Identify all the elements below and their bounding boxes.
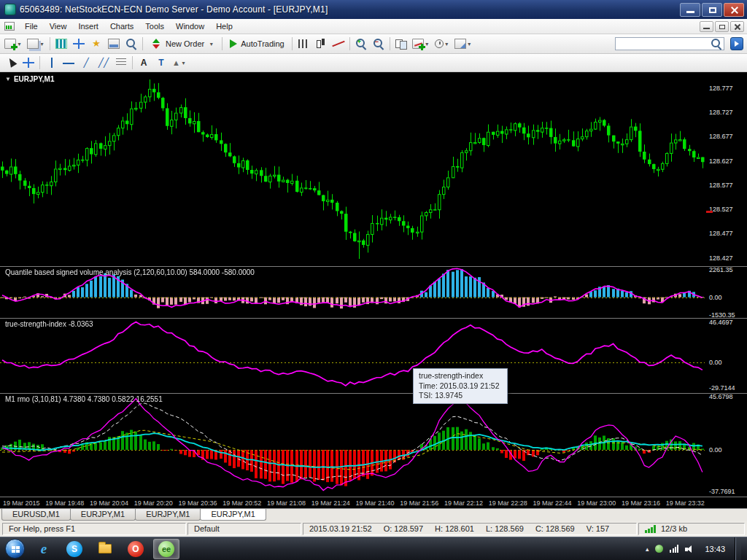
volume-icon[interactable] [685,545,695,553]
menu-help[interactable]: Help [210,20,239,32]
close-button[interactable] [724,3,744,17]
tab-eurjpy-m1-1[interactable]: EURJPY,M1 [70,509,136,521]
taskbar-app-explorer[interactable] [92,539,118,559]
taskbar-app-ie[interactable]: e [31,539,57,559]
chart-candles-button[interactable] [312,36,330,52]
taskbar-clock[interactable]: 13:43 [702,545,728,553]
time-axis-label: 19 Mar 22:28 [489,499,527,507]
market-watch-button[interactable] [53,36,70,52]
search-input[interactable] [615,37,724,50]
tab-eurusd-m1[interactable]: EURUSD,M1 [1,509,71,521]
hidden-icons-arrow[interactable]: ▴ [646,545,649,553]
zoom-in-icon: + [356,39,366,49]
antivirus-tray-icon[interactable] [655,545,663,553]
time-axis-label: 19 Mar 21:56 [400,499,438,507]
restore-button[interactable] [702,3,722,17]
time-axis-label: 19 Mar 2015 [3,499,40,507]
chevron-down-icon[interactable]: ▾ [444,41,450,47]
menu-window[interactable]: Window [170,20,210,32]
chevron-down-icon[interactable]: ▾ [208,41,214,47]
mdi-close-button[interactable] [730,21,744,32]
chart-bars-button[interactable] [295,36,312,52]
tile-windows-icon [395,39,407,49]
menu-tools[interactable]: Tools [139,20,170,32]
star-icon: ★ [90,39,102,49]
text-label-button[interactable]: T [152,55,170,71]
volume-axis-top: 2261.35 [709,266,733,273]
chevron-down-icon[interactable]: ▾ [180,60,187,66]
price-axis-label: 128.477 [709,230,733,237]
arrows-button[interactable]: ▲▾ [170,55,189,71]
crosshair-button[interactable] [20,55,37,71]
zoom-in-button[interactable]: + [352,36,370,52]
channel-icon: ╱╱ [98,58,109,68]
mdi-minimize-button[interactable] [700,21,713,32]
new-order-button[interactable]: New Order ▾ [145,36,220,52]
tab-eurjpy-m1-2[interactable]: EURJPY,M1 [135,509,201,521]
taskbar-app-trading[interactable]: ee [153,539,179,559]
autotrading-button[interactable]: AutoTrading [225,36,290,52]
arrange-windows-button[interactable] [392,36,410,52]
title-bar: 65063489: NetStockECN-ECN Demo Server - … [0,0,747,19]
one-click-trading-arrow-icon[interactable]: ▼ [5,76,11,82]
vertical-line-button[interactable] [42,55,60,71]
time-axis[interactable]: 19 Mar 2015 19 Mar 19:48 19 Mar 20:04 19… [0,497,706,508]
rmo-axis-top: 45.6798 [709,393,733,400]
mdi-window-controls [700,21,744,32]
menu-insert[interactable]: Insert [72,20,104,32]
status-profile[interactable]: Default [187,523,301,535]
search-icon[interactable] [711,39,721,49]
crosshair-data-icon [73,39,85,49]
trendline-button[interactable]: ╱ [77,55,95,71]
fibonacci-button[interactable] [112,55,130,71]
horizontal-line-button[interactable] [60,55,77,71]
templates-button[interactable]: ▾ [452,36,475,52]
minimize-button[interactable] [680,3,700,17]
system-tray: ▴ 13:43 [646,537,746,560]
periods-button[interactable]: ▾ [433,36,452,52]
terminal-icon [108,39,120,49]
price-chart-canvas[interactable] [0,72,706,266]
taskbar-app-opera[interactable]: O [123,539,149,559]
rmo-pane-label: M1 rmo (3,10,81) 4.7380 4.7380 0.5822 16… [5,395,163,403]
profiles-icon [27,39,39,49]
terminal-button[interactable] [105,36,123,52]
strategy-tester-button[interactable] [123,36,140,52]
menu-file[interactable]: File [19,20,44,32]
chart-line-button[interactable] [330,36,347,52]
tsi-axis-bottom: -29.7144 [709,384,735,392]
channel-button[interactable]: ╱╱ [95,55,112,71]
new-chart-button[interactable]: ▾ [2,36,25,52]
zoom-out-button[interactable]: − [370,36,387,52]
window-title: 65063489: NetStockECN-ECN Demo Server - … [20,4,328,15]
tester-magnifier-icon [126,39,136,49]
chevron-down-icon[interactable]: ▾ [39,41,45,47]
tab-eurjpy-m1-active[interactable]: EURJPY,M1 [200,509,266,521]
search-go-button[interactable] [730,37,743,50]
data-window-button[interactable] [70,36,88,52]
menu-view[interactable]: View [44,20,73,32]
mdi-restore-button[interactable] [715,21,729,32]
text-button[interactable]: A [135,55,152,71]
tsi-indicator-canvas[interactable] [0,319,706,393]
autotrading-label: AutoTrading [241,39,285,48]
start-button[interactable] [5,539,25,559]
rmo-indicator-canvas[interactable] [0,394,706,497]
indicators-button[interactable]: ▾ [410,36,433,52]
chevron-down-icon[interactable]: ▾ [466,41,473,47]
navigator-button[interactable]: ★ [88,36,105,52]
menu-charts[interactable]: Charts [104,20,139,32]
connection-signal-icon [645,525,657,533]
horizontal-line-icon [63,58,74,68]
time-axis-label: 19 Mar 20:52 [222,499,261,507]
show-desktop-button[interactable] [735,537,741,560]
taskbar-app-skype[interactable]: S [61,539,88,559]
tsi-pane-label: true-strength-index -8.0363 [5,320,93,328]
shapes-icon: ▲ [172,58,180,67]
cursor-button[interactable] [2,55,20,71]
tooltip-value: TSI: 13.9745 [419,391,502,401]
profiles-button[interactable]: ▾ [25,36,47,52]
toolbar-separator [292,37,293,50]
chart-tab-bar: EURUSD,M1 EURJPY,M1 EURJPY,M1 EURJPY,M1 [0,508,747,521]
network-icon[interactable] [670,545,678,553]
